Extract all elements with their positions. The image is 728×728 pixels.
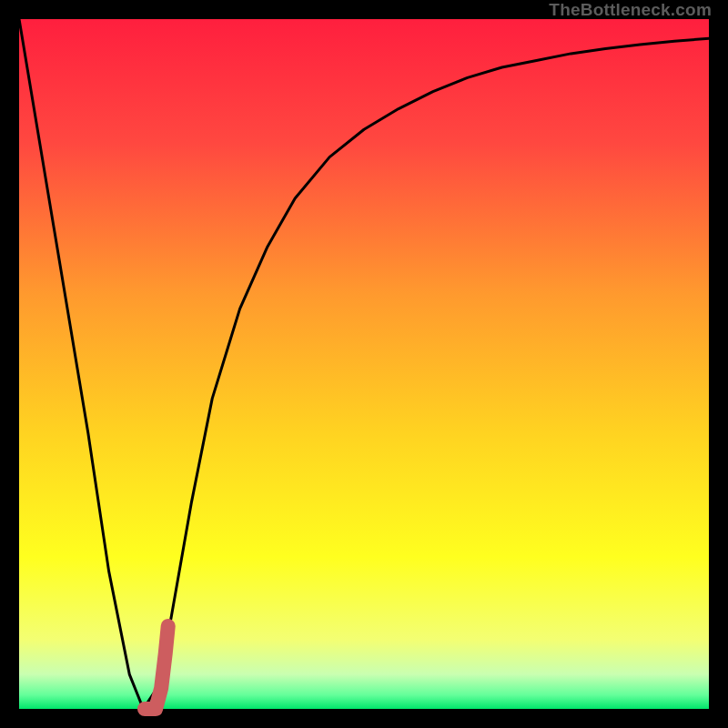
bottleneck-curve: [19, 19, 709, 709]
chart-frame: TheBottleneck.com: [0, 0, 728, 728]
chart-svg: [19, 19, 709, 709]
selected-point-marker: [145, 626, 168, 709]
watermark-text: TheBottleneck.com: [549, 0, 712, 20]
